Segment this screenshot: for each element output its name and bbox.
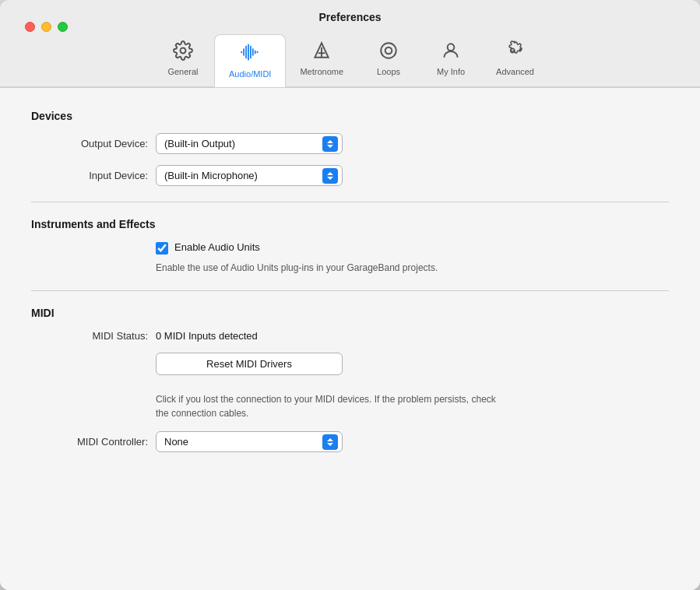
output-device-select-wrapper: (Built-in Output) [156,133,343,154]
svg-rect-3 [245,46,247,58]
midi-section: MIDI MIDI Status: 0 MIDI Inputs detected… [31,307,669,452]
enable-audio-units-row: Enable Audio Units [156,241,669,255]
svg-rect-5 [250,46,252,58]
myinfo-icon [441,40,461,64]
tab-loops-label: Loops [377,67,400,76]
input-device-select[interactable]: (Built-in Microphone) [156,165,343,186]
advanced-gear-icon [505,40,526,64]
midi-section-title: MIDI [31,307,669,319]
instruments-effects-section: Instruments and Effects Enable Audio Uni… [31,218,669,275]
svg-rect-1 [241,51,243,53]
svg-point-12 [381,43,396,58]
metronome-icon [311,40,332,64]
output-device-row: Output Device: (Built-in Output) [31,133,669,154]
svg-rect-2 [243,48,244,55]
input-device-label: Input Device: [31,170,156,181]
tab-bar: General Audio/MIDI [152,31,548,86]
midi-controller-select[interactable]: None [156,431,343,452]
tab-my-info-label: My Info [437,67,465,76]
main-content: Devices Output Device: (Built-in Output)… [0,87,700,590]
tab-advanced-label: Advanced [496,67,534,76]
gear-icon [173,40,193,64]
tab-metronome[interactable]: Metronome [286,34,357,86]
devices-section-title: Devices [31,110,669,122]
tab-loops[interactable]: Loops [357,34,420,86]
tab-audio-midi-label: Audio/MIDI [229,69,271,79]
midi-controller-row: MIDI Controller: None [31,431,669,452]
reset-midi-row: Reset MIDI Drivers [31,353,669,381]
input-device-row: Input Device: (Built-in Microphone) [31,165,669,186]
tab-general[interactable]: General [152,34,214,86]
devices-section: Devices Output Device: (Built-in Output)… [31,110,669,186]
window-title: Preferences [318,11,381,23]
instruments-effects-title: Instruments and Effects [31,218,669,230]
svg-point-13 [385,47,392,54]
svg-point-0 [181,48,186,54]
minimize-button[interactable] [41,22,51,32]
input-device-select-wrapper: (Built-in Microphone) [156,165,343,186]
enable-audio-units-label[interactable]: Enable Audio Units [174,241,260,253]
maximize-button[interactable] [58,22,68,32]
svg-point-14 [448,44,455,51]
window-controls [25,22,68,32]
midi-status-label: MIDI Status: [31,330,156,342]
tab-audio-midi[interactable]: Audio/MIDI [214,34,286,87]
preferences-window: Preferences General [0,0,700,590]
enable-audio-units-checkbox[interactable] [156,242,168,255]
divider-2 [31,290,669,291]
titlebar: Preferences General [0,0,700,87]
close-button[interactable] [25,22,35,32]
midi-status-row: MIDI Status: 0 MIDI Inputs detected [31,330,669,342]
enable-audio-units-helper: Enable the use of Audio Units plug-ins i… [156,261,498,275]
svg-rect-4 [248,44,249,61]
tab-my-info[interactable]: My Info [420,34,482,86]
audio-midi-icon [239,41,261,66]
divider-1 [31,202,669,202]
output-device-label: Output Device: [31,138,156,149]
loops-icon [378,40,399,64]
tab-metronome-label: Metronome [300,67,343,76]
midi-status-value: 0 MIDI Inputs detected [156,330,258,342]
output-device-select[interactable]: (Built-in Output) [156,133,343,154]
reset-midi-button[interactable]: Reset MIDI Drivers [156,353,343,375]
reset-midi-helper: Click if you lost the connection to your… [156,392,498,420]
svg-rect-7 [255,51,256,54]
midi-controller-label: MIDI Controller: [31,436,156,448]
tab-general-label: General [167,67,198,76]
tab-advanced[interactable]: Advanced [482,34,548,86]
midi-controller-select-wrapper: None [156,431,343,452]
svg-rect-8 [257,51,259,53]
svg-rect-6 [252,48,254,55]
